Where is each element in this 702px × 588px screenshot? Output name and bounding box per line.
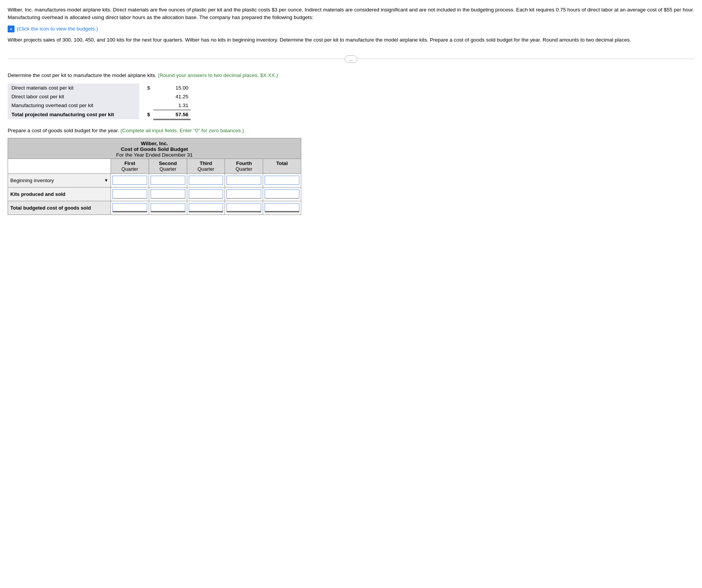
click-icon-line[interactable]: (Click the icon to view the budgets.) <box>8 26 694 32</box>
beginning-inventory-q3-input[interactable] <box>189 176 223 185</box>
ellipsis-button[interactable]: ... <box>345 55 357 63</box>
direct-labor-dollar <box>139 92 153 101</box>
overhead-row: Manufacturing overhead cost per kit 1.31 <box>8 101 191 110</box>
total-cost-value: 57.56 <box>153 110 191 119</box>
total-cogs-q3-input[interactable] <box>189 203 223 212</box>
total-cogs-inputs <box>111 201 301 215</box>
total-cogs-q4-input[interactable] <box>227 203 261 212</box>
direct-materials-dollar: $ <box>139 83 153 92</box>
beginning-inventory-q4-cell <box>225 174 263 187</box>
click-icon-text[interactable]: (Click the icon to view the budgets.) <box>17 26 98 32</box>
beginning-inventory-total-input[interactable] <box>265 176 299 185</box>
kits-produced-q2-input[interactable] <box>151 189 185 199</box>
prepare-instruction: Prepare a cost of goods sold budget for … <box>8 128 694 133</box>
direct-labor-label: Direct labor cost per kit <box>8 92 139 101</box>
overhead-label: Manufacturing overhead cost per kit <box>8 101 139 110</box>
kits-produced-inputs <box>111 187 301 201</box>
intro-paragraph1: Wilber, Inc. manufactures model airplane… <box>8 6 694 22</box>
col-header-first: First Quarter <box>111 159 149 173</box>
cost-instruction: Determine the cost per kit to manufactur… <box>8 72 694 78</box>
beginning-inventory-q2-input[interactable] <box>151 176 185 185</box>
budget-col-headers: First Quarter Second Quarter Third Quart… <box>8 159 301 173</box>
overhead-value: 1.31 <box>153 101 191 110</box>
row-label-header-spacer <box>8 159 111 173</box>
dropdown-arrow-icon[interactable]: ▼ <box>104 178 108 183</box>
beginning-inventory-q3-cell <box>187 174 225 187</box>
budget-table-header: Wilber, Inc. Cost of Goods Sold Budget F… <box>8 138 301 159</box>
beginning-inventory-total-cell <box>263 174 301 187</box>
budget-period: For the Year Ended December 31 <box>10 152 299 158</box>
budget-title: Cost of Goods Sold Budget <box>10 146 299 152</box>
col-header-third: Third Quarter <box>187 159 225 173</box>
col-header-fourth: Fourth Quarter <box>225 159 263 173</box>
divider-area: ... <box>8 55 694 63</box>
budget-table-container: Wilber, Inc. Cost of Goods Sold Budget F… <box>8 138 301 215</box>
cost-instruction-green: (Round your answers to two decimal place… <box>158 72 278 78</box>
kits-produced-total-cell <box>263 187 301 201</box>
beginning-inventory-inputs <box>111 174 301 187</box>
total-cogs-q4-cell <box>225 201 263 215</box>
kits-produced-q2-cell <box>149 187 187 201</box>
kits-produced-q3-input[interactable] <box>189 189 223 199</box>
direct-labor-row: Direct labor cost per kit 41.25 <box>8 92 191 101</box>
total-cogs-row: Total budgeted cost of goods sold <box>8 201 301 215</box>
kits-produced-q1-input[interactable] <box>112 189 147 199</box>
col-header-second: Second Quarter <box>149 159 187 173</box>
cost-per-kit-table: Direct materials cost per kit $ 15.00 Di… <box>8 83 191 120</box>
budget-icon <box>8 26 14 32</box>
total-cogs-total-cell <box>263 201 301 215</box>
total-cogs-q3-cell <box>187 201 225 215</box>
intro-paragraph2: Wilber projects sales of 300, 100, 450, … <box>8 36 694 44</box>
total-cost-label: Total projected manufacturing cost per k… <box>8 110 139 119</box>
beginning-inventory-row: Beginning inventory ▼ <box>8 173 301 187</box>
total-cogs-q2-cell <box>149 201 187 215</box>
col-header-total: Total <box>263 159 301 173</box>
total-cogs-label: Total budgeted cost of goods sold <box>8 201 111 215</box>
direct-labor-value: 41.25 <box>153 92 191 101</box>
beginning-inventory-q1-cell <box>111 174 149 187</box>
total-cost-row: Total projected manufacturing cost per k… <box>8 110 191 119</box>
beginning-inventory-label: Beginning inventory ▼ <box>8 174 111 187</box>
kits-produced-q1-cell <box>111 187 149 201</box>
overhead-dollar <box>139 101 153 110</box>
beginning-inventory-q4-input[interactable] <box>227 176 261 185</box>
direct-materials-value: 15.00 <box>153 83 191 92</box>
kits-produced-q3-cell <box>187 187 225 201</box>
direct-materials-row: Direct materials cost per kit $ 15.00 <box>8 83 191 92</box>
total-cogs-q2-input[interactable] <box>151 203 185 212</box>
total-cogs-total-input[interactable] <box>265 203 299 212</box>
col-headers: First Quarter Second Quarter Third Quart… <box>111 159 301 173</box>
kits-produced-q4-cell <box>225 187 263 201</box>
kits-produced-q4-input[interactable] <box>227 189 261 199</box>
company-name: Wilber, Inc. <box>10 141 299 146</box>
kits-produced-label: Kits produced and sold <box>8 187 111 201</box>
kits-produced-row: Kits produced and sold <box>8 187 301 201</box>
beginning-inventory-q1-input[interactable] <box>112 176 147 185</box>
direct-materials-label: Direct materials cost per kit <box>8 83 139 92</box>
kits-produced-total-input[interactable] <box>265 189 299 199</box>
total-cogs-q1-cell <box>111 201 149 215</box>
total-cogs-q1-input[interactable] <box>112 203 147 212</box>
prepare-instruction-green: (Complete all input fields. Enter "0" fo… <box>120 128 244 133</box>
total-cost-dollar: $ <box>139 110 153 119</box>
beginning-inventory-q2-cell <box>149 174 187 187</box>
